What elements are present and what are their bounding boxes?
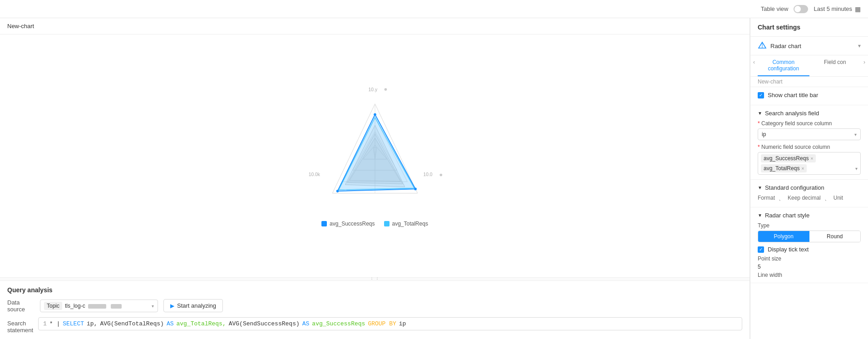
display-tick-label: Display tick text (768, 246, 809, 253)
line-width-label: Line width (758, 272, 861, 278)
radar-icon (758, 41, 767, 50)
masked-source-1 (88, 304, 106, 309)
topic-dropdown[interactable]: Topic tls_log-c ▾ (40, 300, 158, 312)
svg-point-4 (439, 173, 442, 176)
display-tick-checkbox[interactable] (758, 246, 764, 253)
type-polygon-btn[interactable]: Polygon (758, 231, 809, 242)
svg-point-3 (384, 88, 387, 91)
search-input[interactable]: 1 * | SELECT ip, AVG(SendTotalReqs) AS a… (38, 317, 742, 330)
std-config-decimal[interactable]: Keep decimal (788, 195, 821, 202)
std-config-links: Format 、 Keep decimal 、 Unit (758, 195, 861, 202)
sql-wildcard: * | (49, 320, 60, 327)
category-field-select[interactable]: ip ▾ (758, 128, 861, 140)
topic-tag: Topic (44, 302, 62, 310)
data-source-row: Datasource Topic tls_log-c ▾ ▶ Start ana… (7, 299, 742, 313)
category-field-label: * Category field source column (758, 120, 861, 127)
std-config-format[interactable]: Format (758, 195, 775, 202)
tab-field-config[interactable]: Field con (809, 55, 861, 76)
show-title-label: Show chart title bar (768, 92, 818, 98)
legend-color-total (384, 221, 390, 226)
numeric-field-tags[interactable]: avg_SuccessReqs × avg_TotalReqs × ▾ (758, 152, 861, 175)
standard-config-title: Standard configuration (765, 184, 824, 191)
show-title-section: Show chart title bar (750, 87, 868, 105)
sql-alias2: avg_SuccessReqs (312, 320, 365, 327)
radar-style-title: Radar chart style (765, 212, 809, 219)
sql-as2: AS (302, 320, 310, 327)
sql-avg1: AVG(SendTotalReqs) (100, 320, 163, 327)
chart-type-row[interactable]: Radar chart ▾ (750, 37, 868, 55)
sql-ip: ip, (87, 320, 97, 327)
main-content: New-chart 10.y 10.0k 10.0 (0, 18, 868, 339)
category-field-value: ip (762, 131, 766, 138)
legend-color-success (321, 221, 327, 226)
sql-groupby-field: ip (399, 320, 406, 327)
chart-legend: avg_SuccessReqs avg_TotalReqs (321, 221, 428, 227)
tag-avg-total: avg_TotalReqs × (761, 164, 807, 172)
topic-source: tls_log-c (65, 303, 149, 309)
search-analysis-title: Search analysis field (765, 110, 819, 117)
tag-avg-total-close[interactable]: × (801, 166, 804, 171)
line-number: 1 (43, 320, 47, 327)
chart-container: 10.y 10.0k 10.0 (0, 34, 750, 277)
search-analysis-section: ▼ Search analysis field * Category field… (750, 105, 868, 180)
category-field-arrow-icon: ▾ (854, 132, 857, 137)
standard-section-triangle-icon: ▼ (758, 185, 762, 190)
resize-handle[interactable]: ⋮⋮ (0, 277, 750, 281)
sql-avg2: AVG(SendSuccessReqs) (229, 320, 300, 327)
tab-prev-btn[interactable]: ‹ (750, 55, 758, 76)
radar-chart-svg: 10.y 10.0k 10.0 (302, 83, 448, 219)
show-title-row: Show chart title bar (758, 92, 861, 98)
query-title: Query analysis (7, 286, 742, 294)
radar-style-header[interactable]: ▼ Radar chart style (758, 212, 861, 219)
chart-type-name: Radar chart (770, 43, 801, 49)
legend-item-total: avg_TotalReqs (384, 221, 428, 227)
tags-dropdown-arrow-icon: ▾ (855, 166, 858, 171)
legend-label-success: avg_SuccessReqs (330, 221, 375, 227)
query-section: Query analysis Datasource Topic tls_log-… (0, 281, 750, 339)
chart-title: New-chart (0, 18, 750, 34)
dropdown-arrow-icon: ▾ (152, 304, 154, 309)
panel-title: Chart settings (750, 18, 868, 37)
top-bar: Table view Last 5 minutes ▦ (0, 0, 868, 18)
tab-common-config[interactable]: Common configuration (758, 55, 809, 76)
required-star-2: * (758, 144, 760, 150)
required-star-1: * (758, 120, 760, 127)
chart-type-left: Radar chart (758, 41, 801, 50)
std-config-unit[interactable]: Unit (833, 195, 843, 202)
svg-marker-18 (339, 117, 414, 189)
svg-text:10.0k: 10.0k (308, 172, 320, 177)
svg-point-19 (374, 113, 376, 116)
search-row: Searchstatement 1 * | SELECT ip, AVG(Sen… (7, 317, 742, 334)
tag-avg-total-label: avg_TotalReqs (764, 165, 799, 172)
sql-as1: AS (167, 320, 174, 327)
search-analysis-header[interactable]: ▼ Search analysis field (758, 110, 861, 117)
tab-next-btn[interactable]: › (861, 55, 868, 76)
sql-groupby: GROUP BY (368, 320, 396, 327)
standard-config-section: ▼ Standard configuration Format 、 Keep d… (750, 180, 868, 207)
start-analyzing-button[interactable]: ▶ Start analyzing (163, 299, 223, 312)
play-icon: ▶ (170, 303, 174, 309)
breadcrumb: New-chart (750, 77, 868, 87)
type-buttons: Polygon Round (758, 231, 861, 242)
point-size-value: 5 (758, 264, 861, 270)
table-view-label: Table view (761, 5, 789, 12)
radar-style-section: ▼ Radar chart style Type Polygon Round D… (750, 207, 868, 283)
type-round-btn[interactable]: Round (809, 231, 861, 242)
point-size-label: Point size (758, 255, 861, 262)
svg-text:10.0: 10.0 (423, 172, 432, 177)
section-triangle-icon: ▼ (758, 111, 762, 116)
table-view-toggle[interactable] (794, 5, 808, 13)
svg-text:10.y: 10.y (368, 87, 377, 92)
tag-avg-success: avg_SuccessReqs × (761, 154, 816, 162)
svg-line-25 (762, 42, 766, 48)
sql-alias1: avg_TotalReqs, (176, 320, 226, 327)
legend-item-success: avg_SuccessReqs (321, 221, 375, 227)
chart-type-chevron-icon: ▾ (858, 43, 861, 49)
standard-config-header[interactable]: ▼ Standard configuration (758, 184, 861, 191)
sql-select: SELECT (63, 320, 84, 327)
show-title-checkbox[interactable] (758, 92, 764, 98)
tag-avg-success-close[interactable]: × (810, 156, 813, 161)
legend-label-total: avg_TotalReqs (392, 221, 428, 227)
type-label: Type (758, 222, 861, 229)
svg-point-20 (336, 190, 339, 192)
